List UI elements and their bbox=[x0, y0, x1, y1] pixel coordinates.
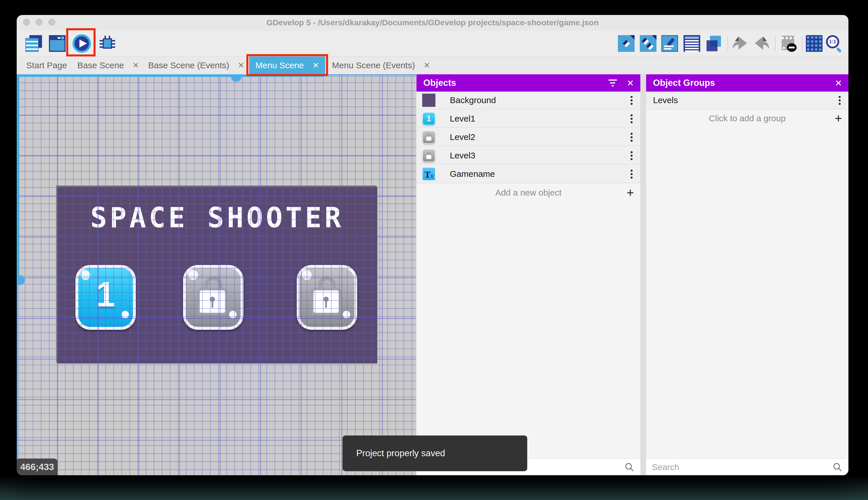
search-icon bbox=[832, 462, 843, 472]
toolbar-divider bbox=[775, 36, 776, 51]
toolbar-divider bbox=[802, 36, 802, 51]
close-window-button[interactable] bbox=[23, 19, 30, 26]
titlebar: GDevelop 5 - /Users/dkarakay/Documents/G… bbox=[17, 15, 848, 31]
level2-locked-button[interactable] bbox=[183, 265, 244, 330]
object-row-level2[interactable]: Level2 bbox=[417, 128, 640, 146]
traffic-lights bbox=[23, 19, 55, 26]
tab-label: Menu Scene (Events) bbox=[332, 60, 415, 70]
search-icon bbox=[624, 462, 635, 472]
tab-base-scene-events[interactable]: Base Scene (Events) ✕ bbox=[146, 56, 246, 74]
plus-icon[interactable]: + bbox=[626, 186, 634, 199]
remove-instance-icon[interactable] bbox=[780, 35, 797, 52]
kebab-menu-icon[interactable] bbox=[631, 151, 633, 160]
objects-panel-title: Objects bbox=[423, 78, 608, 88]
scene-canvas[interactable]: SPACE SHOOTER 1 466;433 bbox=[17, 74, 416, 475]
toast-message: Project properly saved bbox=[356, 448, 445, 458]
toolbar-divider bbox=[728, 36, 728, 51]
undo-icon[interactable] bbox=[731, 35, 748, 52]
debug-icon[interactable] bbox=[99, 35, 116, 52]
filter-icon[interactable] bbox=[608, 79, 617, 87]
tab-label: Start Page bbox=[26, 60, 67, 70]
scene-background[interactable]: SPACE SHOOTER 1 bbox=[57, 186, 377, 363]
panel-gap bbox=[640, 74, 646, 475]
level3-thumbnail bbox=[422, 149, 435, 162]
tab-close-icon[interactable]: ✕ bbox=[238, 61, 245, 70]
kebab-menu-icon[interactable] bbox=[631, 96, 633, 105]
toolbar: 1:1 bbox=[17, 31, 848, 56]
object-groups-panel: Object Groups ✕ Levels Click to add a gr… bbox=[646, 74, 848, 475]
object-groups-editor-icon[interactable] bbox=[640, 35, 656, 52]
tab-bar: Start Page Base Scene ✕ Base Scene (Even… bbox=[17, 56, 848, 74]
tab-start-page[interactable]: Start Page bbox=[24, 56, 70, 74]
instances-list-icon[interactable] bbox=[683, 35, 700, 52]
close-icon[interactable]: ✕ bbox=[835, 78, 842, 88]
objects-panel: Objects ✕ Background 1 Level1 Level2 bbox=[417, 74, 640, 475]
kebab-menu-icon[interactable] bbox=[631, 170, 633, 179]
project-manager-icon[interactable] bbox=[25, 35, 42, 52]
app-window: GDevelop 5 - /Users/dkarakay/Documents/G… bbox=[17, 15, 848, 475]
kebab-menu-icon[interactable] bbox=[631, 114, 633, 123]
objects-editor-icon[interactable] bbox=[618, 35, 635, 52]
kebab-menu-icon[interactable] bbox=[838, 96, 841, 105]
object-row-background[interactable]: Background bbox=[417, 92, 640, 110]
object-row-level1[interactable]: 1 Level1 bbox=[417, 110, 640, 128]
tab-label: Base Scene bbox=[78, 60, 124, 70]
maximize-window-button[interactable] bbox=[48, 19, 55, 26]
gamename-thumbnail: Tx bbox=[422, 167, 435, 181]
lock-icon bbox=[197, 276, 229, 315]
layers-icon[interactable] bbox=[706, 35, 723, 52]
vertical-scrollbar-fill[interactable] bbox=[17, 74, 19, 276]
object-groups-panel-header: Object Groups ✕ bbox=[646, 74, 848, 92]
object-groups-panel-title: Object Groups bbox=[653, 78, 835, 88]
groups-search-input[interactable] bbox=[652, 462, 832, 472]
objects-panel-header: Objects ✕ bbox=[417, 74, 640, 92]
level2-thumbnail bbox=[422, 130, 435, 144]
scene-title-text[interactable]: SPACE SHOOTER bbox=[57, 202, 377, 234]
save-toast: Project properly saved bbox=[342, 435, 527, 471]
group-row-levels[interactable]: Levels bbox=[646, 92, 848, 110]
object-row-gamename[interactable]: Tx Gamename bbox=[417, 165, 640, 183]
level1-thumbnail: 1 bbox=[422, 112, 435, 125]
scene-window-icon[interactable] bbox=[49, 35, 66, 52]
vertical-scrollbar-thumb[interactable] bbox=[17, 275, 25, 285]
groups-search-bar bbox=[646, 458, 848, 475]
plus-icon[interactable]: + bbox=[835, 112, 842, 125]
grid-icon[interactable] bbox=[806, 35, 822, 52]
tab-label: Base Scene (Events) bbox=[148, 60, 230, 70]
background-thumbnail bbox=[422, 94, 435, 107]
close-icon[interactable]: ✕ bbox=[627, 78, 634, 88]
tab-close-icon[interactable]: ✕ bbox=[133, 61, 139, 70]
object-row-level3[interactable]: Level3 bbox=[417, 147, 640, 165]
main-area: SPACE SHOOTER 1 466;433 bbox=[17, 74, 848, 475]
properties-icon[interactable] bbox=[661, 35, 678, 52]
lock-icon bbox=[311, 276, 343, 315]
level3-locked-button[interactable] bbox=[297, 265, 357, 330]
cursor-coordinates: 466;433 bbox=[17, 458, 58, 475]
window-title: GDevelop 5 - /Users/dkarakay/Documents/G… bbox=[267, 18, 599, 27]
tab-close-icon[interactable]: ✕ bbox=[424, 61, 430, 70]
zoom-1to1-icon[interactable]: 1:1 bbox=[826, 35, 843, 52]
kebab-menu-icon[interactable] bbox=[631, 133, 633, 142]
tab-menu-scene-events[interactable]: Menu Scene (Events) ✕ bbox=[329, 56, 433, 74]
level1-button[interactable]: 1 bbox=[75, 265, 136, 330]
add-group-row[interactable]: Click to add a group + bbox=[646, 110, 848, 127]
minimize-window-button[interactable] bbox=[36, 19, 43, 26]
tab-base-scene[interactable]: Base Scene ✕ bbox=[74, 56, 142, 74]
redo-icon[interactable] bbox=[753, 35, 770, 52]
annotation-box-menu-scene-tab bbox=[246, 54, 328, 76]
add-object-row[interactable]: Add a new object + bbox=[417, 184, 640, 202]
horizontal-scrollbar-thumb[interactable] bbox=[231, 74, 242, 82]
annotation-box-play bbox=[66, 28, 96, 56]
